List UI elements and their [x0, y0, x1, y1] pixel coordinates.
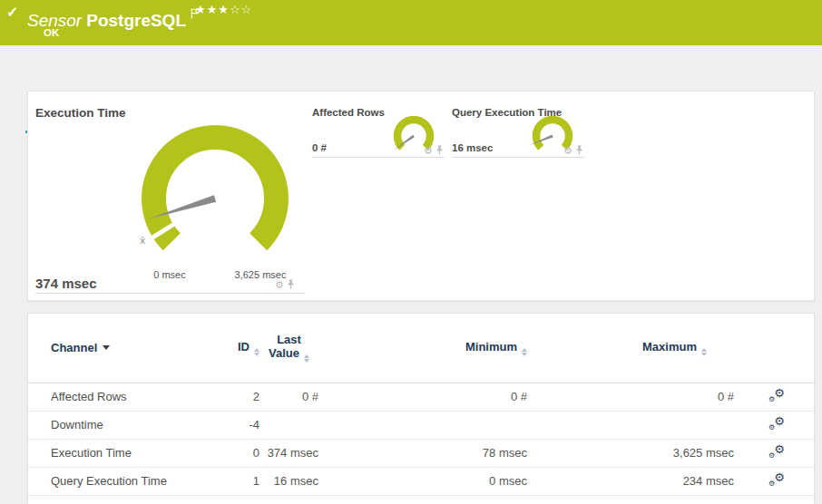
column-header-id[interactable]: ID	[219, 314, 259, 383]
main-gauge-min-label: 0 msec	[153, 269, 185, 280]
channel-last-value	[259, 411, 318, 439]
stars-empty: ☆☆	[230, 3, 252, 16]
table-row: Affected Rows 2 0 # 0 # 0 # ⚙⚙	[28, 383, 816, 411]
channel-id: 2	[219, 383, 259, 411]
gauges-panel: Execution Time x̄ 0 msec 3,625 msec 374 …	[27, 91, 815, 301]
sensor-name: PostgreSQL	[86, 11, 186, 30]
execution-time-gauge: x̄	[129, 112, 301, 285]
channel-gear-icon[interactable]: ⚙	[563, 146, 572, 156]
tab-bar: Overview Live Data 2days 30days 365days …	[0, 45, 822, 91]
channel-name: Query Execution Time	[28, 467, 219, 495]
channel-settings-icon[interactable]: ⚙⚙	[768, 444, 785, 459]
sort-icon	[522, 348, 527, 356]
table-row: Query Execution Time 1 16 msec 0 msec 23…	[28, 467, 816, 495]
channel-maximum: 234 msec	[527, 467, 734, 495]
status-badge: OK	[44, 27, 59, 38]
channel-id: 1	[219, 467, 259, 495]
average-marker-label: x̄	[140, 235, 145, 246]
query-execution-gauge-value: 16 msec	[452, 142, 493, 153]
sort-icon	[304, 354, 309, 363]
sort-descending-icon	[103, 345, 110, 350]
sensor-header: ✓ SensorPostgreSQL ★★★☆☆ OK	[0, 0, 822, 45]
ok-check-icon: ✓	[6, 4, 18, 21]
main-gauge-title: Execution Time	[35, 106, 126, 120]
channel-name: Downtime	[28, 411, 219, 439]
channel-gear-icon[interactable]: ⚙	[275, 280, 284, 290]
column-header-maximum[interactable]: Maximum	[527, 314, 734, 383]
pin-icon[interactable]	[287, 276, 295, 293]
channel-maximum	[527, 411, 734, 439]
column-header-last-value[interactable]: LastValue	[259, 314, 318, 383]
channel-last-value: 374 msec	[259, 439, 318, 467]
channel-id: -4	[219, 411, 259, 439]
channel-minimum: 0 msec	[318, 467, 527, 495]
channel-minimum: 78 msec	[318, 439, 527, 467]
column-header-minimum[interactable]: Minimum	[318, 314, 527, 383]
sort-icon	[254, 348, 259, 356]
column-header-channel[interactable]: Channel	[28, 314, 219, 383]
channel-settings-icon[interactable]: ⚙⚙	[768, 472, 785, 487]
channel-minimum	[318, 411, 527, 439]
channel-settings-icon[interactable]: ⚙⚙	[768, 416, 785, 431]
channel-id: 0	[219, 439, 259, 467]
channel-name: Affected Rows	[28, 383, 219, 411]
channels-table: Channel ID LastValue Minimum Maximum Aff…	[28, 314, 816, 496]
channel-name: Execution Time	[28, 439, 219, 467]
channel-minimum: 0 #	[318, 383, 527, 411]
channel-settings-icon[interactable]: ⚙⚙	[768, 388, 785, 402]
table-header-row: Channel ID LastValue Minimum Maximum	[28, 314, 816, 383]
priority-stars[interactable]: ★★★☆☆	[195, 3, 252, 16]
channel-maximum: 3,625 msec	[527, 439, 734, 467]
stars-filled: ★★★	[195, 3, 230, 16]
main-gauge-value: 374 msec	[35, 276, 97, 291]
channel-last-value: 16 msec	[259, 467, 318, 495]
table-row: Downtime -4 ⚙⚙	[28, 411, 816, 439]
table-row: Execution Time 0 374 msec 78 msec 3,625 …	[28, 439, 816, 467]
channel-last-value: 0 #	[259, 383, 318, 411]
channels-panel: Channel ID LastValue Minimum Maximum Aff…	[27, 313, 815, 504]
channel-gear-icon[interactable]: ⚙	[424, 146, 433, 156]
affected-rows-gauge-title: Affected Rows	[312, 107, 385, 118]
channel-maximum: 0 #	[527, 383, 734, 411]
affected-rows-gauge-value: 0 #	[312, 142, 327, 153]
sort-icon	[701, 348, 707, 356]
